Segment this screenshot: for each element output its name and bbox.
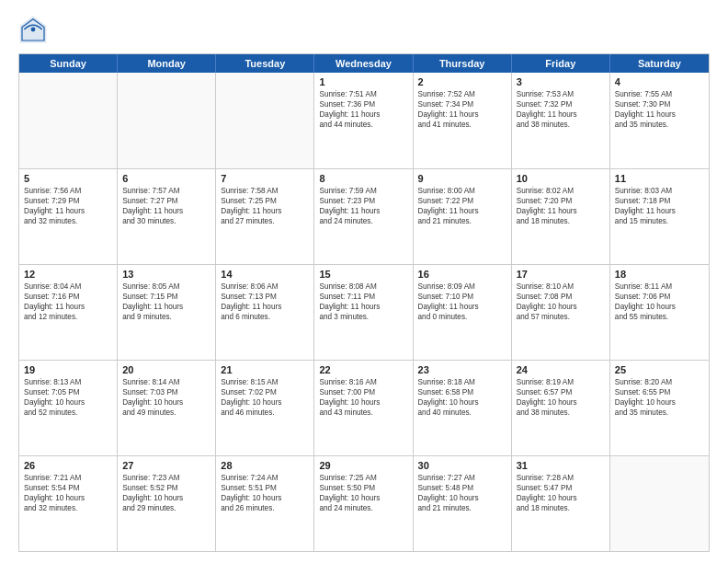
day-number: 1: [319, 76, 407, 87]
calendar-header: SundayMondayTuesdayWednesdayThursdayFrid…: [19, 54, 709, 73]
calendar-cell: 21Sunrise: 8:15 AM Sunset: 7:02 PM Dayli…: [216, 361, 314, 455]
calendar-cell: 26Sunrise: 7:21 AM Sunset: 5:54 PM Dayli…: [19, 456, 118, 551]
calendar-cell: 6Sunrise: 7:57 AM Sunset: 7:27 PM Daylig…: [118, 169, 216, 264]
calendar-cell: 13Sunrise: 8:05 AM Sunset: 7:15 PM Dayli…: [118, 265, 216, 360]
day-number: 17: [517, 269, 605, 280]
calendar-cell: 22Sunrise: 8:16 AM Sunset: 7:00 PM Dayli…: [314, 361, 413, 455]
day-number: 13: [122, 269, 210, 280]
logo-icon: [18, 15, 48, 44]
day-info: Sunrise: 7:59 AM Sunset: 7:23 PM Dayligh…: [319, 186, 407, 226]
day-info: Sunrise: 7:58 AM Sunset: 7:25 PM Dayligh…: [221, 186, 309, 226]
weekday-header-tuesday: Tuesday: [216, 54, 314, 73]
calendar-row-3: 19Sunrise: 8:13 AM Sunset: 7:05 PM Dayli…: [19, 360, 709, 455]
calendar-row-1: 5Sunrise: 7:56 AM Sunset: 7:29 PM Daylig…: [19, 168, 709, 264]
day-number: 27: [122, 460, 210, 471]
calendar-cell: 28Sunrise: 7:24 AM Sunset: 5:51 PM Dayli…: [216, 456, 314, 551]
day-number: 28: [221, 460, 309, 471]
calendar-cell: [216, 73, 314, 168]
day-number: 9: [418, 173, 506, 184]
day-info: Sunrise: 7:21 AM Sunset: 5:54 PM Dayligh…: [24, 473, 112, 513]
weekday-header-saturday: Saturday: [610, 54, 709, 73]
calendar-cell: 2Sunrise: 7:52 AM Sunset: 7:34 PM Daylig…: [414, 73, 512, 168]
day-info: Sunrise: 8:05 AM Sunset: 7:15 PM Dayligh…: [122, 282, 210, 322]
day-info: Sunrise: 7:27 AM Sunset: 5:48 PM Dayligh…: [418, 473, 506, 513]
day-info: Sunrise: 8:06 AM Sunset: 7:13 PM Dayligh…: [221, 282, 309, 322]
calendar-cell: 14Sunrise: 8:06 AM Sunset: 7:13 PM Dayli…: [216, 265, 314, 360]
day-number: 5: [24, 173, 112, 184]
page: SundayMondayTuesdayWednesdayThursdayFrid…: [0, 0, 728, 563]
calendar-cell: 15Sunrise: 8:08 AM Sunset: 7:11 PM Dayli…: [314, 265, 413, 360]
day-number: 3: [517, 76, 605, 87]
day-number: 26: [24, 460, 112, 471]
day-info: Sunrise: 8:16 AM Sunset: 7:00 PM Dayligh…: [319, 377, 407, 418]
calendar-cell: 4Sunrise: 7:55 AM Sunset: 7:30 PM Daylig…: [610, 73, 709, 168]
day-info: Sunrise: 8:09 AM Sunset: 7:10 PM Dayligh…: [418, 282, 506, 322]
day-info: Sunrise: 8:14 AM Sunset: 7:03 PM Dayligh…: [122, 377, 210, 418]
day-info: Sunrise: 8:10 AM Sunset: 7:08 PM Dayligh…: [517, 282, 605, 322]
day-info: Sunrise: 8:19 AM Sunset: 6:57 PM Dayligh…: [517, 377, 605, 418]
day-number: 2: [418, 76, 506, 87]
day-info: Sunrise: 8:08 AM Sunset: 7:11 PM Dayligh…: [319, 282, 407, 322]
weekday-header-friday: Friday: [512, 54, 610, 73]
day-info: Sunrise: 7:57 AM Sunset: 7:27 PM Dayligh…: [122, 186, 210, 226]
day-number: 23: [418, 364, 506, 375]
calendar-cell: 29Sunrise: 7:25 AM Sunset: 5:50 PM Dayli…: [314, 456, 413, 551]
day-info: Sunrise: 7:51 AM Sunset: 7:36 PM Dayligh…: [319, 89, 407, 130]
day-info: Sunrise: 7:25 AM Sunset: 5:50 PM Dayligh…: [319, 473, 407, 513]
day-number: 30: [418, 460, 506, 471]
calendar-cell: 1Sunrise: 7:51 AM Sunset: 7:36 PM Daylig…: [314, 73, 413, 168]
calendar-cell: 10Sunrise: 8:02 AM Sunset: 7:20 PM Dayli…: [512, 169, 610, 264]
calendar-cell: 7Sunrise: 7:58 AM Sunset: 7:25 PM Daylig…: [216, 169, 314, 264]
calendar-cell: 9Sunrise: 8:00 AM Sunset: 7:22 PM Daylig…: [414, 169, 512, 264]
calendar-cell: 25Sunrise: 8:20 AM Sunset: 6:55 PM Dayli…: [610, 361, 709, 455]
calendar-cell: 8Sunrise: 7:59 AM Sunset: 7:23 PM Daylig…: [314, 169, 413, 264]
calendar-cell: 23Sunrise: 8:18 AM Sunset: 6:58 PM Dayli…: [414, 361, 512, 455]
calendar-cell: [19, 73, 118, 168]
day-info: Sunrise: 8:13 AM Sunset: 7:05 PM Dayligh…: [24, 377, 112, 418]
day-info: Sunrise: 7:23 AM Sunset: 5:52 PM Dayligh…: [122, 473, 210, 513]
day-number: 4: [615, 76, 704, 87]
day-info: Sunrise: 7:53 AM Sunset: 7:32 PM Dayligh…: [517, 89, 605, 130]
calendar-cell: 17Sunrise: 8:10 AM Sunset: 7:08 PM Dayli…: [512, 265, 610, 360]
day-number: 24: [517, 364, 605, 375]
day-info: Sunrise: 8:03 AM Sunset: 7:18 PM Dayligh…: [615, 186, 704, 226]
calendar: SundayMondayTuesdayWednesdayThursdayFrid…: [18, 53, 710, 552]
day-number: 31: [517, 460, 605, 471]
calendar-cell: 19Sunrise: 8:13 AM Sunset: 7:05 PM Dayli…: [19, 361, 118, 455]
day-number: 21: [221, 364, 309, 375]
day-number: 7: [221, 173, 309, 184]
day-info: Sunrise: 8:15 AM Sunset: 7:02 PM Dayligh…: [221, 377, 309, 418]
day-number: 16: [418, 269, 506, 280]
calendar-cell: 24Sunrise: 8:19 AM Sunset: 6:57 PM Dayli…: [512, 361, 610, 455]
calendar-cell: 30Sunrise: 7:27 AM Sunset: 5:48 PM Dayli…: [414, 456, 512, 551]
calendar-cell: 3Sunrise: 7:53 AM Sunset: 7:32 PM Daylig…: [512, 73, 610, 168]
calendar-cell: 16Sunrise: 8:09 AM Sunset: 7:10 PM Dayli…: [414, 265, 512, 360]
calendar-cell: 12Sunrise: 8:04 AM Sunset: 7:16 PM Dayli…: [19, 265, 118, 360]
calendar-cell: 11Sunrise: 8:03 AM Sunset: 7:18 PM Dayli…: [610, 169, 709, 264]
day-info: Sunrise: 7:52 AM Sunset: 7:34 PM Dayligh…: [418, 89, 506, 130]
calendar-row-0: 1Sunrise: 7:51 AM Sunset: 7:36 PM Daylig…: [19, 73, 709, 168]
day-number: 20: [122, 364, 210, 375]
day-info: Sunrise: 8:11 AM Sunset: 7:06 PM Dayligh…: [615, 282, 704, 322]
calendar-cell: 27Sunrise: 7:23 AM Sunset: 5:52 PM Dayli…: [118, 456, 216, 551]
day-number: 15: [319, 269, 407, 280]
day-info: Sunrise: 8:20 AM Sunset: 6:55 PM Dayligh…: [615, 377, 704, 418]
calendar-row-4: 26Sunrise: 7:21 AM Sunset: 5:54 PM Dayli…: [19, 455, 709, 551]
day-number: 8: [319, 173, 407, 184]
day-number: 6: [122, 173, 210, 184]
weekday-header-monday: Monday: [118, 54, 216, 73]
day-number: 11: [615, 173, 704, 184]
calendar-cell: 5Sunrise: 7:56 AM Sunset: 7:29 PM Daylig…: [19, 169, 118, 264]
day-info: Sunrise: 8:00 AM Sunset: 7:22 PM Dayligh…: [418, 186, 506, 226]
weekday-header-wednesday: Wednesday: [314, 54, 413, 73]
day-info: Sunrise: 8:02 AM Sunset: 7:20 PM Dayligh…: [517, 186, 605, 226]
calendar-cell: 18Sunrise: 8:11 AM Sunset: 7:06 PM Dayli…: [610, 265, 709, 360]
weekday-header-thursday: Thursday: [414, 54, 512, 73]
day-number: 14: [221, 269, 309, 280]
day-number: 18: [615, 269, 704, 280]
day-number: 22: [319, 364, 407, 375]
day-info: Sunrise: 8:18 AM Sunset: 6:58 PM Dayligh…: [418, 377, 506, 418]
calendar-cell: [610, 456, 709, 551]
day-number: 29: [319, 460, 407, 471]
calendar-cell: 31Sunrise: 7:28 AM Sunset: 5:47 PM Dayli…: [512, 456, 610, 551]
